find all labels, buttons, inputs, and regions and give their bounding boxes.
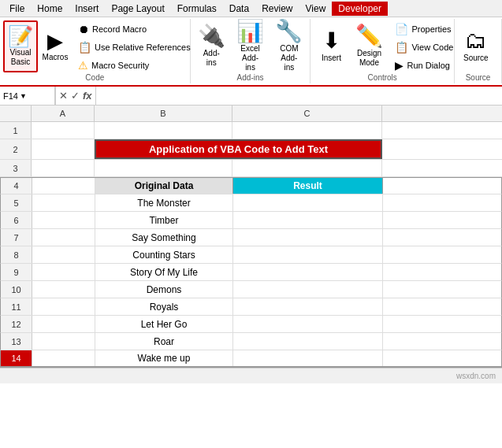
cell-b[interactable] (95, 122, 232, 139)
cell-a[interactable] (32, 160, 95, 176)
table-row: 3 (0, 160, 502, 177)
menu-home[interactable]: Home (31, 2, 69, 16)
cell-b[interactable]: Application of VBA Code to Add Text (95, 139, 382, 159)
addins-label: Add-ins (203, 49, 220, 68)
wsxdn-badge: wsxdn.com (456, 372, 496, 380)
menu-view[interactable]: View (299, 2, 333, 16)
row-number: 1 (0, 122, 32, 139)
cell-c[interactable] (233, 264, 383, 280)
cell-b[interactable]: Let Her Go (95, 316, 233, 332)
cell-c[interactable] (233, 333, 383, 350)
excel-addins-label: ExcelAdd-ins (238, 44, 262, 72)
row-number: 8 (1, 246, 32, 263)
run-dialog-button[interactable]: ▶ Run Dialog (391, 57, 457, 74)
cell-c[interactable] (232, 122, 382, 139)
cell-a[interactable] (32, 194, 95, 211)
cell-c[interactable] (233, 350, 383, 366)
source-button[interactable]: 🗂 Source (458, 20, 494, 72)
cell-c[interactable] (233, 298, 383, 315)
cell-b[interactable]: Roar (95, 333, 233, 350)
table-row: 8Counting Stars (0, 246, 502, 264)
menu-page-layout[interactable]: Page Layout (105, 2, 170, 16)
addins-icon: 🔌 (198, 25, 225, 47)
view-code-label: View Code (411, 43, 453, 52)
cell-a[interactable] (32, 298, 95, 315)
cell-b[interactable]: The Monster (95, 194, 233, 211)
row-number: 13 (1, 333, 32, 350)
table-row: 11Royals (0, 298, 502, 316)
com-addins-label: COMAdd-ins (277, 44, 301, 72)
cell-b[interactable]: Royals (95, 298, 233, 315)
use-relative-refs-button[interactable]: 📋 Use Relative References (74, 39, 195, 56)
menu-developer[interactable]: Developer (332, 2, 388, 16)
cell-c[interactable] (233, 229, 383, 246)
cell-b[interactable]: Original Data (95, 178, 233, 194)
visual-basic-button[interactable]: 📝 VisualBasic (3, 20, 38, 72)
table-row: 9Story Of My Life (0, 264, 502, 281)
table-row: 2Application of VBA Code to Add Text (0, 139, 502, 160)
properties-label: Properties (411, 24, 451, 34)
cell-b[interactable]: Say Something (95, 229, 233, 246)
col-header-b: B (95, 106, 232, 121)
menu-insert[interactable]: Insert (69, 2, 105, 16)
cell-a[interactable] (32, 264, 95, 280)
col-header-c: C (232, 106, 382, 121)
menu-file[interactable]: File (3, 2, 31, 16)
com-addins-icon: 🔧 (275, 20, 303, 43)
cell-a[interactable] (32, 178, 95, 194)
design-mode-button[interactable]: ✏️ DesignMode (351, 20, 386, 72)
cell-a[interactable] (32, 333, 95, 350)
source-group-label: Source (455, 73, 501, 82)
excel-addins-icon: 📊 (236, 20, 264, 43)
cell-b[interactable]: Timber (95, 212, 233, 228)
cell-c[interactable]: Result (233, 178, 383, 194)
excel-addins-button[interactable]: 📊 ExcelAdd-ins (232, 20, 268, 72)
cell-a[interactable] (32, 212, 95, 228)
addins-button[interactable]: 🔌 Add-ins (194, 20, 229, 72)
design-mode-label: DesignMode (357, 49, 381, 68)
cell-c[interactable] (233, 212, 383, 228)
properties-button[interactable]: 📄 Properties (391, 20, 457, 38)
cell-a[interactable] (32, 229, 95, 246)
menu-formulas[interactable]: Formulas (171, 2, 223, 16)
addins-group-label: Add-ins (191, 73, 310, 82)
view-code-icon: 📋 (395, 41, 408, 54)
cell-c[interactable] (233, 316, 383, 332)
cell-a[interactable] (32, 281, 95, 298)
source-label: Source (463, 54, 489, 63)
menu-data[interactable]: Data (223, 2, 255, 16)
record-macro-button[interactable]: ⏺ Record Macro (74, 20, 195, 38)
cell-c[interactable] (233, 246, 383, 263)
macros-icon: ▶ (47, 31, 63, 51)
controls-group-label: Controls (310, 73, 454, 82)
table-row: 14Wake me up (0, 350, 502, 368)
cell-b[interactable] (95, 160, 232, 176)
menu-review[interactable]: Review (255, 2, 299, 16)
cell-b[interactable]: Wake me up (95, 350, 233, 366)
macros-label: Macros (43, 53, 69, 62)
table-row: 7Say Something (0, 229, 502, 246)
cell-a[interactable] (32, 316, 95, 332)
cell-b[interactable]: Demons (95, 281, 233, 298)
insert-button[interactable]: ⬇ Insert (314, 20, 348, 72)
cell-a[interactable] (32, 139, 95, 159)
cell-a[interactable] (32, 246, 95, 263)
com-addins-button[interactable]: 🔧 COMAdd-ins (271, 20, 307, 72)
table-row: 6Timber (0, 212, 502, 229)
record-macro-label: Record Macro (92, 24, 147, 34)
cell-b[interactable]: Counting Stars (95, 246, 233, 263)
properties-icon: 📄 (395, 23, 408, 35)
row-number: 6 (1, 212, 32, 228)
row-number: 5 (1, 194, 32, 211)
macro-security-label: Macro Security (91, 61, 149, 70)
view-code-button[interactable]: 📋 View Code (391, 39, 457, 56)
cell-c[interactable] (233, 281, 383, 298)
cell-c[interactable] (232, 160, 382, 176)
cell-b[interactable]: Story Of My Life (95, 264, 233, 280)
cell-a[interactable] (32, 122, 95, 139)
macro-security-button[interactable]: ⚠ Macro Security (74, 57, 195, 74)
cell-a[interactable] (32, 350, 95, 366)
cell-c[interactable] (233, 194, 383, 211)
macros-button[interactable]: ▶ Macros (38, 20, 73, 72)
visual-basic-icon: 📝 (8, 26, 33, 46)
